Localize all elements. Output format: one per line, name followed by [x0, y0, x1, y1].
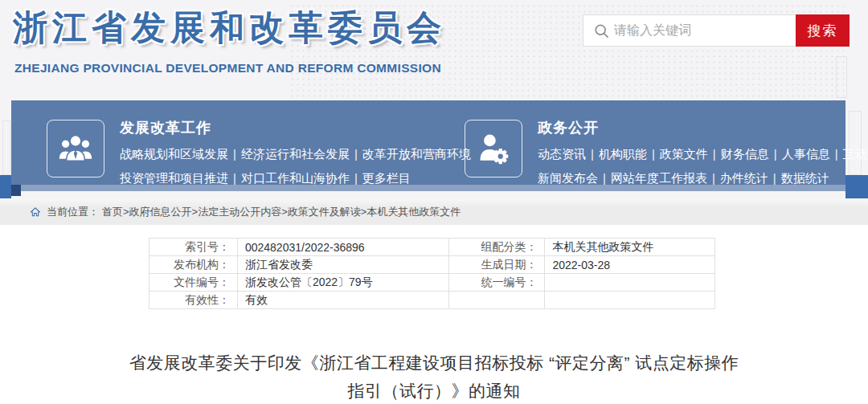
nav-separator: |	[769, 147, 782, 161]
meta-label: 生成日期：	[448, 256, 545, 274]
meta-value: 有效	[237, 292, 448, 309]
nav-link[interactable]: 网站年度工作报表	[611, 171, 707, 185]
nav-section-title: 政务公开	[538, 118, 868, 137]
meta-label: 统一编号：	[448, 274, 545, 292]
table-row: 索引号： 002482031/2022-36896 组配分类： 本机关其他政策文…	[149, 239, 715, 256]
nav-separator: |	[586, 147, 599, 161]
meta-value: 浙江省发改委	[237, 256, 448, 274]
nav-link[interactable]: 互动交流	[843, 147, 868, 161]
nav-link[interactable]: 财务信息	[721, 147, 769, 161]
nav-section-development-reform: 发展改革工作 战略规划和区域发展|经济运行和社会发展|改革开放和营商环境 投资管…	[47, 116, 471, 190]
meta-label: 组配分类：	[448, 239, 545, 256]
nav-link[interactable]: 战略规划和区域发展	[120, 147, 228, 161]
table-row: 有效性： 有效	[149, 292, 715, 309]
search-bar: 搜索	[583, 14, 850, 47]
building-silhouette	[2, 120, 10, 175]
nav-separator: |	[768, 171, 781, 185]
meta-value	[545, 274, 715, 292]
meta-label: 有效性：	[149, 292, 238, 309]
nav-separator: |	[350, 171, 362, 185]
nav-separator: |	[228, 171, 241, 185]
nav-link[interactable]: 经济运行和社会发展	[241, 147, 350, 161]
breadcrumb-path[interactable]: 首页>政府信息公开>法定主动公开内容>政策文件及解读>本机关其他政策文件	[102, 205, 461, 219]
nav-link[interactable]: 新闻发布会	[538, 171, 598, 185]
meta-label: 文件编号：	[149, 274, 238, 292]
nav-ribbon-fold	[21, 185, 845, 191]
nav-link[interactable]: 政策文件	[660, 147, 708, 161]
meta-value: 2022-03-28	[545, 256, 715, 274]
nav-separator: |	[708, 147, 721, 161]
search-button[interactable]: 搜索	[796, 14, 850, 47]
document-title-line1: 省发展改革委关于印发《浙江省工程建设项目招标投标 “评定分离” 试点定标操作	[0, 349, 868, 377]
nav-links-row: 战略规划和区域发展|经济运行和社会发展|改革开放和营商环境	[120, 142, 471, 166]
meta-value: 浙发改公管〔2022〕79号	[237, 274, 448, 292]
main-navigation: 发展改革工作 战略规划和区域发展|经济运行和社会发展|改革开放和营商环境 投资管…	[11, 100, 845, 185]
document-title: 省发展改革委关于印发《浙江省工程建设项目招标投标 “评定分离” 试点定标操作 指…	[0, 349, 868, 404]
nav-separator: |	[707, 171, 720, 185]
user-gear-icon	[465, 120, 522, 178]
home-icon	[30, 206, 41, 218]
people-group-icon	[47, 120, 104, 178]
site-title: 浙江省发展和改革委员会	[13, 5, 446, 51]
nav-link[interactable]: 人事信息	[782, 147, 830, 161]
nav-separator: |	[228, 147, 241, 161]
meta-value: 002482031/2022-36896	[237, 239, 448, 256]
meta-label: 发布机构：	[149, 256, 238, 274]
nav-link[interactable]: 办件统计	[720, 171, 768, 185]
nav-separator: |	[830, 147, 843, 161]
breadcrumb: 当前位置： 首页>政府信息公开>法定主动公开内容>政策文件及解读>本机关其他政策…	[0, 198, 868, 225]
document-title-line2: 指引（试行）》的通知	[0, 377, 868, 404]
nav-link[interactable]: 更多栏目	[362, 171, 411, 185]
building-silhouette	[836, 56, 847, 98]
nav-section-government-affairs: 政务公开 动态资讯|机构职能|政策文件|财务信息|人事信息|互动交流| 新闻发布…	[465, 116, 868, 190]
nav-link[interactable]: 投资管理和项目推进	[120, 171, 228, 185]
breadcrumb-prefix: 当前位置：	[47, 205, 99, 219]
search-icon	[583, 23, 614, 39]
nav-links-row: 动态资讯|机构职能|政策文件|财务信息|人事信息|互动交流|	[538, 142, 868, 166]
nav-link[interactable]: 动态资讯	[538, 147, 586, 161]
nav-band-left-edge	[0, 175, 11, 198]
table-row: 文件编号： 浙发改公管〔2022〕79号 统一编号：	[149, 274, 715, 292]
meta-value	[545, 292, 715, 309]
nav-separator: |	[598, 171, 611, 185]
meta-label: 索引号：	[149, 239, 238, 256]
meta-label	[448, 292, 545, 309]
nav-separator: |	[350, 147, 362, 161]
nav-section-title: 发展改革工作	[120, 118, 471, 137]
nav-link[interactable]: 数据统计	[781, 171, 829, 185]
search-input[interactable]	[614, 16, 796, 45]
nav-link[interactable]: 改革开放和营商环境	[362, 147, 471, 161]
meta-value: 本机关其他政策文件	[545, 239, 715, 256]
nav-ribbon-fold-corner	[11, 185, 21, 196]
nav-link[interactable]: 机构职能	[599, 147, 647, 161]
document-meta-table: 索引号： 002482031/2022-36896 组配分类： 本机关其他政策文…	[149, 238, 715, 309]
table-row: 发布机构： 浙江省发改委 生成日期： 2022-03-28	[149, 256, 715, 274]
nav-separator: |	[647, 147, 660, 161]
site-subtitle: ZHEJIANG PROVINCIAL DEVELOPMENT AND REFO…	[14, 61, 441, 75]
nav-link[interactable]: 对口工作和山海协作	[241, 171, 350, 185]
